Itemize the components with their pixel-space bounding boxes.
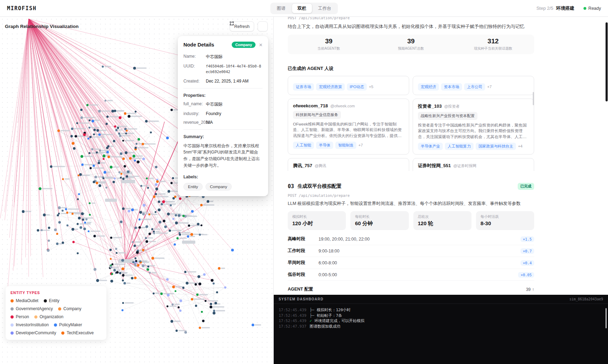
log-line: 17:52:45.439 ├─ 初始帖子：7条	[279, 313, 603, 319]
legend-item: DeveloperCommunity	[11, 330, 56, 335]
stat: 312 现实种子当前关联话题数	[452, 37, 534, 51]
agent-name: 证券时报网_551	[418, 163, 451, 169]
entity-color-dot	[11, 299, 14, 302]
time-period-label: 工作时段	[288, 248, 319, 254]
cards-scrollbar[interactable]	[533, 92, 534, 105]
agent-tag: 智能制造	[335, 142, 356, 149]
legend-item: Person	[11, 314, 29, 319]
more-tags-count: +7	[487, 85, 492, 89]
agent-tag: 国家政策与科技自主	[476, 143, 516, 150]
entity-color-dot	[11, 323, 14, 327]
section2-description: 结合上下文，自动调用工具从知识图谱梳理实体与关系，初始化模拟个体，并基于现实种子…	[288, 23, 534, 30]
log-timestamp: 17:52:47.937	[279, 324, 306, 329]
legend-label: InvestorInstitution	[16, 322, 49, 327]
stat-value: 39	[370, 37, 452, 45]
agent-tag: 资本市场	[441, 83, 462, 91]
log-line: 17:52:45.439 ├─ 模拟时长：120小时	[279, 307, 603, 313]
graph-title: Graph Relationship Visualization	[5, 24, 79, 29]
view-tab[interactable]: 双栏	[292, 3, 312, 13]
agent-card: ofweekcom_718 @ofweek.com 科技新闻与产业信息服务 OF…	[288, 99, 409, 155]
stat-value: 312	[452, 37, 534, 45]
legend-label: GovernmentAgency	[16, 306, 53, 311]
config-stat-value: 60 分钟	[355, 220, 404, 227]
agent-card: 证券时报网_551 @证券时报网 财经新闻与行业研究媒体机构 证券时报网（stc…	[413, 158, 534, 171]
multiplier-badge: ×0.4	[520, 260, 534, 266]
terminal-scrollbar[interactable]	[606, 308, 607, 328]
legend-label: Organization	[40, 314, 63, 319]
agent-description: OFweek维科网是中国领先的科技门户网站，专注于智能制造、人工智能、新能源、半…	[293, 121, 404, 139]
agent-handle: @投资者	[444, 104, 460, 109]
view-tab[interactable]: 工作台	[313, 3, 337, 13]
log-prefix: ├─	[309, 313, 314, 319]
agent-card: 宏观经济资本市场上市公司+7	[413, 76, 534, 95]
time-period-row: 早间时段 6:00-8:00 ×0.4	[288, 257, 534, 269]
agent-card: 投资者_103 @投资者 战略性新兴产业投资与资本配置 投资者是专注于中国战略性…	[413, 99, 534, 155]
legend-item: MediaOutlet	[11, 298, 39, 303]
labels-title: Labels:	[183, 174, 263, 179]
config-stat-value: 120 小时	[292, 220, 341, 227]
legend-title: ENTITY TYPES	[11, 291, 102, 295]
agent-card: 证券市场宏观经济政策IPO动态+5	[288, 76, 409, 95]
status-indicator: Ready	[583, 6, 601, 11]
entity-types-legend: ENTITY TYPES MediaOutlet Entity	[6, 286, 106, 340]
agent-config-row: AGENT 配置 39 ↑	[288, 286, 534, 292]
legend-item: Entity	[44, 298, 60, 303]
entity-color-dot	[54, 323, 57, 327]
property-row: full_name: 中芯国际	[183, 101, 263, 107]
agent-tag: 半导体	[316, 142, 333, 149]
agent-tag: 宏观经济	[418, 83, 439, 91]
stat: 39 预期AGENT总数	[370, 37, 452, 51]
entity-color-dot	[61, 331, 64, 335]
stat-value: 39	[288, 37, 370, 45]
legend-label: Entity	[49, 298, 60, 303]
log-line: 17:52:45.439 ✓ 环境搭建完成，可以开始模拟	[279, 318, 603, 324]
page-scrollbar[interactable]	[606, 22, 608, 101]
config-stat-label: 每轮时长	[355, 214, 404, 219]
node-details-card: Node Details Company × Name: 中芯国际 UUID: …	[178, 36, 268, 196]
legend-label: PolicyMaker	[59, 322, 82, 327]
divider	[183, 129, 263, 130]
config-stat: 总轮次 120 轮	[413, 211, 471, 230]
legend-label: Person	[16, 314, 29, 319]
time-period-value: 19:00, 20:00, 21:00, 22:00	[319, 237, 370, 242]
agent-cards-list[interactable]: 证券市场宏观经济政策IPO动态+5 宏观经济资本市场上市公司+7 ofw	[288, 76, 534, 171]
right-panel: POST /api/simulation/prepare 结合上下文，自动调用工…	[274, 17, 608, 364]
time-period-value: 0:00-5:00	[319, 272, 337, 277]
node-type-badge: Company	[232, 42, 256, 48]
stat-label: 预期AGENT总数	[370, 46, 452, 51]
close-icon[interactable]: ×	[259, 42, 263, 48]
top-bar: MIROFISH 图谱 双栏 工作台 Step 2/5 环境搭建 Ready	[0, 0, 608, 17]
config-stat: 每小时活跃 8-30	[476, 211, 534, 230]
log-text: 模拟时长：120小时	[317, 307, 351, 313]
step-label: Step 2/5	[536, 6, 553, 11]
multiplier-badge: ×0.7	[520, 248, 534, 254]
app-logo: MIROFISH	[7, 5, 36, 12]
graph-panel: Graph Relationship Visualization Refresh…	[0, 17, 274, 364]
agent-tag: 人工智能	[293, 142, 314, 149]
entity-color-dot	[11, 315, 14, 319]
time-period-row: 高峰时段 19:00, 20:00, 21:00, 22:00 ×1.5	[288, 233, 534, 245]
agent-tag: 人工智能算力	[445, 143, 474, 150]
view-tab[interactable]: 图谱	[271, 3, 291, 13]
agent-name: 投资者_103	[418, 103, 442, 109]
node-summary: 中芯国际与摩尔线程合作，支持摩尔线程5nm“平湖”系列GPU的研发流片及产能合作…	[183, 143, 263, 169]
log-timestamp: 17:52:45.439	[279, 313, 306, 319]
agent-tags: 宏观经济资本市场上市公司+7	[418, 83, 529, 91]
agent-tags: 证券市场宏观经济政策IPO动态+5	[293, 83, 404, 91]
agent-tags: 人工智能半导体智能制造+7	[293, 142, 404, 149]
entity-color-dot	[34, 315, 37, 319]
agent-tag: 宏观经济政策	[316, 83, 345, 91]
system-dashboard: SYSTEM DASHBOARD sim_8618a2043ae9 17:52:…	[274, 295, 608, 364]
up-arrow-icon: ↑	[532, 287, 534, 292]
stat-label: 当前AGENT数	[288, 46, 370, 51]
terminal-log: 17:52:45.439 ├─ 模拟时长：120小时 17:52:45.439 …	[274, 304, 608, 333]
detail-row: Created: Dec 22, 2025, 1:49 AM	[183, 79, 263, 84]
divider	[183, 88, 263, 88]
config-stat-label: 模拟时长	[292, 214, 341, 219]
fullscreen-button[interactable]	[258, 21, 268, 31]
time-period-value: 9:00-18:00	[319, 249, 340, 254]
legend-item: GovernmentAgency	[11, 306, 53, 311]
node-details-title: Node Details	[183, 42, 214, 48]
config-stat: 每轮时长 60 分钟	[350, 211, 408, 230]
agent-description: 投资者是专注于中国战略性新兴产业投资的机构群体，聚焦国家政策支持与技术自主可控方…	[418, 122, 529, 140]
